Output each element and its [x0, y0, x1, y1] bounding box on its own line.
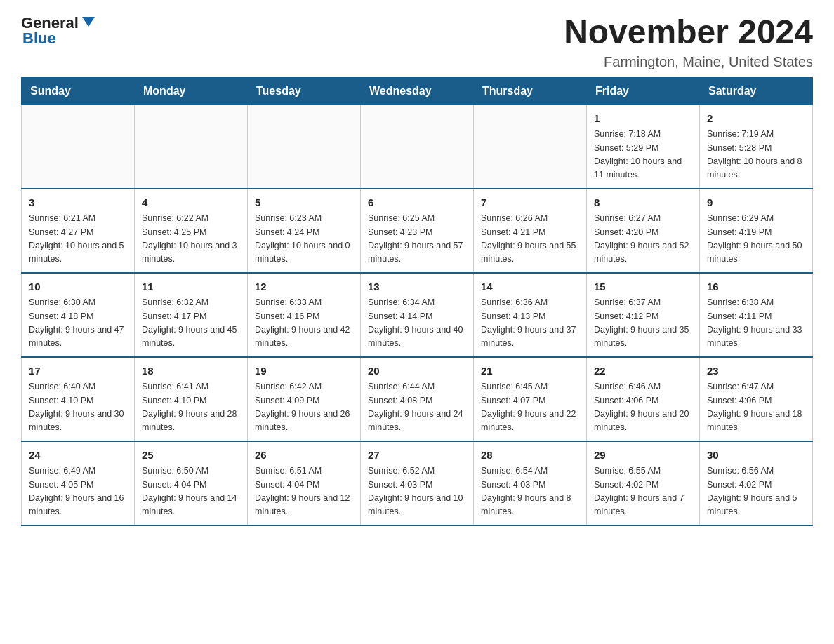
calendar-cell: 23Sunrise: 6:47 AM Sunset: 4:06 PM Dayli… [700, 357, 813, 441]
day-number: 7 [481, 195, 579, 211]
logo: General Blue [21, 14, 96, 48]
day-number: 6 [368, 195, 466, 211]
calendar-cell: 20Sunrise: 6:44 AM Sunset: 4:08 PM Dayli… [361, 357, 474, 441]
day-number: 28 [481, 448, 579, 464]
calendar-cell: 14Sunrise: 6:36 AM Sunset: 4:13 PM Dayli… [474, 273, 587, 357]
day-info: Sunrise: 6:49 AM Sunset: 4:05 PM Dayligh… [29, 464, 127, 519]
day-number: 17 [29, 363, 127, 380]
weekday-header-row: SundayMondayTuesdayWednesdayThursdayFrid… [22, 77, 813, 105]
day-number: 4 [142, 195, 240, 211]
weekday-header-thursday: Thursday [474, 77, 587, 105]
weekday-header-saturday: Saturday [700, 77, 813, 105]
weekday-header-friday: Friday [587, 77, 700, 105]
day-number: 13 [368, 279, 466, 295]
day-number: 5 [255, 195, 353, 211]
day-info: Sunrise: 6:44 AM Sunset: 4:08 PM Dayligh… [368, 380, 466, 435]
calendar-cell: 30Sunrise: 6:56 AM Sunset: 4:02 PM Dayli… [700, 441, 813, 525]
calendar-body: 1Sunrise: 7:18 AM Sunset: 5:29 PM Daylig… [22, 105, 813, 525]
logo-arrow-icon [81, 14, 96, 32]
calendar-week-row: 3Sunrise: 6:21 AM Sunset: 4:27 PM Daylig… [22, 189, 813, 273]
day-number: 15 [594, 279, 692, 295]
calendar-cell: 4Sunrise: 6:22 AM Sunset: 4:25 PM Daylig… [135, 189, 248, 273]
day-info: Sunrise: 6:27 AM Sunset: 4:20 PM Dayligh… [594, 212, 692, 267]
page-subtitle: Farmington, Maine, United States [564, 54, 813, 70]
svg-marker-0 [82, 17, 95, 27]
day-number: 16 [707, 279, 805, 295]
calendar-cell: 15Sunrise: 6:37 AM Sunset: 4:12 PM Dayli… [587, 273, 700, 357]
calendar-cell: 13Sunrise: 6:34 AM Sunset: 4:14 PM Dayli… [361, 273, 474, 357]
day-number: 10 [29, 279, 127, 295]
calendar-week-row: 1Sunrise: 7:18 AM Sunset: 5:29 PM Daylig… [22, 105, 813, 189]
day-info: Sunrise: 6:54 AM Sunset: 4:03 PM Dayligh… [481, 464, 579, 519]
day-number: 24 [29, 448, 127, 464]
day-info: Sunrise: 6:40 AM Sunset: 4:10 PM Dayligh… [29, 380, 127, 435]
day-number: 25 [142, 448, 240, 464]
day-number: 2 [707, 111, 805, 127]
day-info: Sunrise: 6:21 AM Sunset: 4:27 PM Dayligh… [29, 212, 127, 267]
calendar-cell: 18Sunrise: 6:41 AM Sunset: 4:10 PM Dayli… [135, 357, 248, 441]
day-number: 12 [255, 279, 353, 295]
day-number: 9 [707, 195, 805, 211]
calendar-cell: 19Sunrise: 6:42 AM Sunset: 4:09 PM Dayli… [248, 357, 361, 441]
calendar-week-row: 17Sunrise: 6:40 AM Sunset: 4:10 PM Dayli… [22, 357, 813, 441]
day-info: Sunrise: 6:33 AM Sunset: 4:16 PM Dayligh… [255, 296, 353, 351]
calendar-cell: 26Sunrise: 6:51 AM Sunset: 4:04 PM Dayli… [248, 441, 361, 525]
weekday-header-wednesday: Wednesday [361, 77, 474, 105]
day-info: Sunrise: 6:25 AM Sunset: 4:23 PM Dayligh… [368, 212, 466, 267]
day-info: Sunrise: 6:26 AM Sunset: 4:21 PM Dayligh… [481, 212, 579, 267]
calendar-cell: 17Sunrise: 6:40 AM Sunset: 4:10 PM Dayli… [22, 357, 135, 441]
calendar-cell: 24Sunrise: 6:49 AM Sunset: 4:05 PM Dayli… [22, 441, 135, 525]
calendar-cell: 21Sunrise: 6:45 AM Sunset: 4:07 PM Dayli… [474, 357, 587, 441]
calendar-table: SundayMondayTuesdayWednesdayThursdayFrid… [21, 77, 813, 526]
calendar-cell: 16Sunrise: 6:38 AM Sunset: 4:11 PM Dayli… [700, 273, 813, 357]
day-info: Sunrise: 6:41 AM Sunset: 4:10 PM Dayligh… [142, 380, 240, 435]
day-number: 29 [594, 448, 692, 464]
page-header: General Blue November 2024 Farmington, M… [21, 14, 813, 70]
day-info: Sunrise: 6:42 AM Sunset: 4:09 PM Dayligh… [255, 380, 353, 435]
page-title: November 2024 [564, 14, 813, 51]
calendar-cell: 2Sunrise: 7:19 AM Sunset: 5:28 PM Daylig… [700, 105, 813, 189]
calendar-cell: 25Sunrise: 6:50 AM Sunset: 4:04 PM Dayli… [135, 441, 248, 525]
calendar-cell: 11Sunrise: 6:32 AM Sunset: 4:17 PM Dayli… [135, 273, 248, 357]
calendar-cell [474, 105, 587, 189]
day-info: Sunrise: 7:18 AM Sunset: 5:29 PM Dayligh… [594, 128, 692, 182]
day-number: 22 [594, 363, 692, 380]
day-info: Sunrise: 6:36 AM Sunset: 4:13 PM Dayligh… [481, 296, 579, 351]
calendar-week-row: 10Sunrise: 6:30 AM Sunset: 4:18 PM Dayli… [22, 273, 813, 357]
day-number: 26 [255, 448, 353, 464]
day-number: 20 [368, 363, 466, 380]
day-number: 18 [142, 363, 240, 380]
calendar-cell: 6Sunrise: 6:25 AM Sunset: 4:23 PM Daylig… [361, 189, 474, 273]
day-info: Sunrise: 6:56 AM Sunset: 4:02 PM Dayligh… [707, 464, 805, 519]
day-info: Sunrise: 6:34 AM Sunset: 4:14 PM Dayligh… [368, 296, 466, 351]
calendar-cell: 3Sunrise: 6:21 AM Sunset: 4:27 PM Daylig… [22, 189, 135, 273]
calendar-cell: 9Sunrise: 6:29 AM Sunset: 4:19 PM Daylig… [700, 189, 813, 273]
day-number: 11 [142, 279, 240, 295]
calendar-cell: 29Sunrise: 6:55 AM Sunset: 4:02 PM Dayli… [587, 441, 700, 525]
day-info: Sunrise: 6:52 AM Sunset: 4:03 PM Dayligh… [368, 464, 466, 519]
calendar-week-row: 24Sunrise: 6:49 AM Sunset: 4:05 PM Dayli… [22, 441, 813, 525]
day-info: Sunrise: 7:19 AM Sunset: 5:28 PM Dayligh… [707, 128, 805, 182]
day-number: 1 [594, 111, 692, 127]
calendar-cell [248, 105, 361, 189]
calendar-cell [361, 105, 474, 189]
day-number: 14 [481, 279, 579, 295]
calendar-cell: 10Sunrise: 6:30 AM Sunset: 4:18 PM Dayli… [22, 273, 135, 357]
day-info: Sunrise: 6:32 AM Sunset: 4:17 PM Dayligh… [142, 296, 240, 351]
calendar-header: SundayMondayTuesdayWednesdayThursdayFrid… [22, 77, 813, 105]
day-info: Sunrise: 6:55 AM Sunset: 4:02 PM Dayligh… [594, 464, 692, 519]
calendar-cell: 1Sunrise: 7:18 AM Sunset: 5:29 PM Daylig… [587, 105, 700, 189]
calendar-cell: 28Sunrise: 6:54 AM Sunset: 4:03 PM Dayli… [474, 441, 587, 525]
weekday-header-monday: Monday [135, 77, 248, 105]
day-info: Sunrise: 6:37 AM Sunset: 4:12 PM Dayligh… [594, 296, 692, 351]
calendar-cell: 7Sunrise: 6:26 AM Sunset: 4:21 PM Daylig… [474, 189, 587, 273]
logo-blue-text: Blue [22, 29, 56, 48]
weekday-header-sunday: Sunday [22, 77, 135, 105]
weekday-header-tuesday: Tuesday [248, 77, 361, 105]
day-info: Sunrise: 6:38 AM Sunset: 4:11 PM Dayligh… [707, 296, 805, 351]
day-number: 30 [707, 448, 805, 464]
calendar-cell: 12Sunrise: 6:33 AM Sunset: 4:16 PM Dayli… [248, 273, 361, 357]
calendar-cell [135, 105, 248, 189]
day-number: 23 [707, 363, 805, 380]
day-number: 19 [255, 363, 353, 380]
